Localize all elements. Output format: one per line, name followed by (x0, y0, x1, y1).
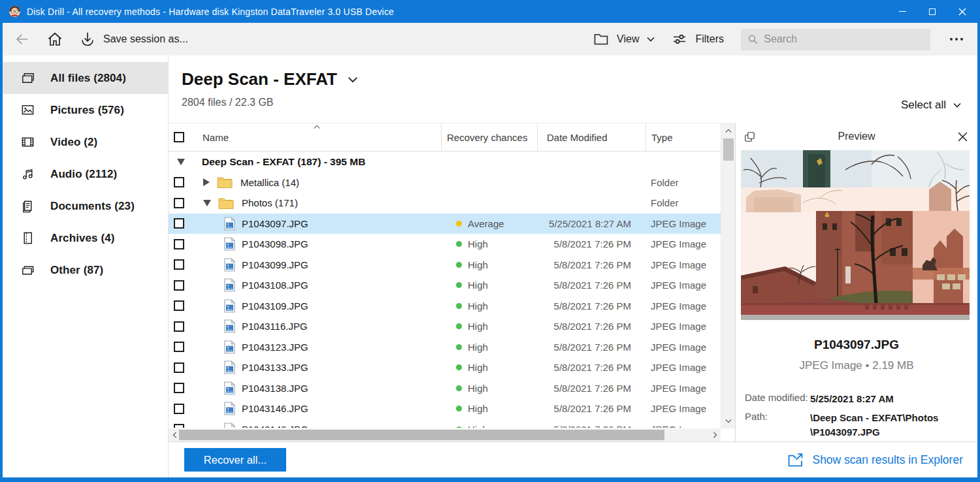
sidebar-item-archives[interactable]: Archives (4) (3, 222, 168, 254)
sidebar-item-video[interactable]: Video (2) (3, 126, 168, 158)
save-session-button[interactable]: Save session as... (80, 31, 188, 47)
back-button[interactable] (14, 32, 30, 46)
sidebar-item-label: Audio (2112) (50, 168, 117, 181)
row-date: 5/8/2021 7:26 PM (537, 280, 645, 291)
chance-high-dot (456, 241, 462, 247)
row-date: 5/25/2021 8:27 AM (537, 218, 645, 229)
chance-high-dot (456, 323, 462, 329)
table-row[interactable]: P1043133.JPG High 5/8/2021 7:26 PM JPEG … (169, 357, 721, 378)
sidebar-item-label: Video (2) (50, 136, 97, 149)
close-button[interactable] (947, 0, 977, 23)
maximize-button[interactable] (917, 0, 947, 23)
sidebar-item-audio[interactable]: Audio (2112) (3, 158, 168, 190)
search-box[interactable] (741, 29, 930, 50)
row-checkbox[interactable] (174, 177, 184, 187)
image-file-icon (224, 258, 235, 272)
column-header-name[interactable]: Name (193, 123, 441, 151)
search-input[interactable] (764, 33, 924, 45)
tree-row-folder[interactable]: Metallica (14) Folder (169, 172, 721, 193)
row-checkbox[interactable] (174, 424, 184, 428)
path-label: Path: (745, 411, 810, 440)
vertical-scroll-thumb[interactable] (723, 138, 734, 161)
archives-icon (20, 231, 35, 246)
copy-icon (743, 131, 756, 143)
sidebar-item-all-files[interactable]: All files (2804) (3, 62, 168, 94)
row-type: JPEG Image (645, 424, 721, 428)
row-checkbox[interactable] (174, 342, 184, 352)
scroll-up-arrow[interactable] (721, 124, 735, 137)
chance-high-dot (456, 364, 462, 370)
preview-title: Preview (756, 131, 957, 142)
table-row[interactable]: P1043108.JPG High 5/8/2021 7:26 PM JPEG … (169, 275, 721, 296)
row-type: JPEG Image (645, 342, 721, 353)
tree-row-folder[interactable]: Photos (171) Folder (169, 193, 721, 214)
close-preview-button[interactable] (957, 131, 968, 142)
row-checkbox[interactable] (174, 321, 184, 332)
table-rows: Deep Scan - EXFAT (187) - 395 MB Metalli… (169, 152, 721, 428)
row-checkbox[interactable] (174, 239, 184, 249)
row-chance: High (468, 342, 488, 353)
table-row[interactable]: P1043099.JPG High 5/8/2021 7:26 PM JPEG … (169, 255, 721, 276)
row-name: Deep Scan - EXFAT (187) - 395 MB (202, 156, 365, 168)
row-name: P1043097.JPG (242, 218, 308, 229)
arrow-left-icon (14, 32, 30, 46)
show-in-explorer-link[interactable]: Show scan results in Explorer (787, 453, 963, 468)
expand-expander-icon[interactable] (203, 178, 210, 186)
row-checkbox[interactable] (174, 218, 184, 229)
table-row[interactable]: P1043123.JPG High 5/8/2021 7:26 PM JPEG … (169, 337, 721, 358)
collapse-expander-icon[interactable] (203, 200, 211, 206)
row-checkbox[interactable] (174, 198, 184, 208)
scroll-right-arrow[interactable] (709, 428, 721, 442)
column-header-recovery-chances[interactable]: Recovery chances (441, 123, 537, 151)
select-all-checkbox[interactable] (174, 132, 184, 142)
minimize-button[interactable] (887, 0, 917, 23)
scroll-down-arrow[interactable] (721, 414, 735, 427)
preview-details: Date modified: 5/25/2021 8:27 AM Path: \… (745, 392, 968, 439)
table-row-selected[interactable]: P1043097.JPG Average 5/25/2021 8:27 AM J… (169, 214, 721, 234)
sidebar-item-label: Pictures (576) (50, 104, 124, 117)
row-checkbox[interactable] (174, 300, 184, 311)
row-chance: High (468, 362, 488, 373)
image-file-icon (224, 217, 235, 231)
chance-high-dot (456, 385, 462, 391)
preview-image[interactable] (741, 150, 970, 320)
row-checkbox[interactable] (174, 404, 184, 414)
row-name: P1043098.JPG (242, 238, 308, 249)
row-checkbox[interactable] (174, 259, 184, 270)
detach-preview-button[interactable] (743, 131, 756, 143)
scan-title-chevron-icon[interactable] (348, 76, 358, 83)
disk-drill-window: Disk Drill - All recovery methods - Hard… (0, 0, 980, 482)
more-options-button[interactable] (950, 38, 963, 40)
tree-row-root[interactable]: Deep Scan - EXFAT (187) - 395 MB (169, 152, 721, 172)
row-checkbox[interactable] (174, 362, 184, 373)
filters-button[interactable]: Filters (672, 31, 724, 47)
documents-icon (20, 199, 35, 214)
horizontal-scroll-thumb[interactable] (179, 430, 664, 440)
home-icon (47, 31, 63, 47)
row-name: P1043123.JPG (242, 342, 308, 353)
table-row[interactable]: P1043098.JPG High 5/8/2021 7:26 PM JPEG … (169, 234, 721, 255)
column-header-type[interactable]: Type (645, 123, 721, 151)
image-file-icon (224, 381, 235, 395)
select-all-button[interactable]: Select all (901, 99, 961, 112)
table-row[interactable]: P1043116.JPG High 5/8/2021 7:26 PM JPEG … (169, 316, 721, 337)
sidebar-item-documents[interactable]: Documents (23) (3, 190, 168, 222)
recover-all-button[interactable]: Recover all... (184, 448, 286, 472)
table-row[interactable]: P1043109.JPG High 5/8/2021 7:26 PM JPEG … (169, 296, 721, 317)
table-row[interactable]: P1043146.JPG High 5/8/2021 7:26 PM JPEG … (169, 398, 721, 419)
table-row[interactable]: P1043138.JPG High 5/8/2021 7:26 PM JPEG … (169, 378, 721, 399)
collapse-expander-icon[interactable] (177, 159, 185, 165)
view-button[interactable]: View (593, 32, 655, 46)
sidebar-item-other[interactable]: Other (87) (3, 254, 168, 286)
table-row[interactable]: P1043148.JPG High 5/8/2021 7:26 PM JPEG … (169, 419, 721, 428)
chevron-down-icon (647, 37, 655, 42)
row-checkbox[interactable] (174, 280, 184, 291)
row-date: 5/8/2021 7:26 PM (537, 259, 645, 270)
save-session-icon (80, 31, 95, 47)
home-button[interactable] (47, 31, 63, 47)
vertical-scrollbar[interactable] (721, 123, 735, 428)
row-checkbox[interactable] (174, 383, 184, 393)
column-header-date-modified[interactable]: Date Modified (537, 123, 645, 151)
horizontal-scrollbar[interactable] (169, 428, 721, 442)
sidebar-item-pictures[interactable]: Pictures (576) (3, 94, 168, 126)
